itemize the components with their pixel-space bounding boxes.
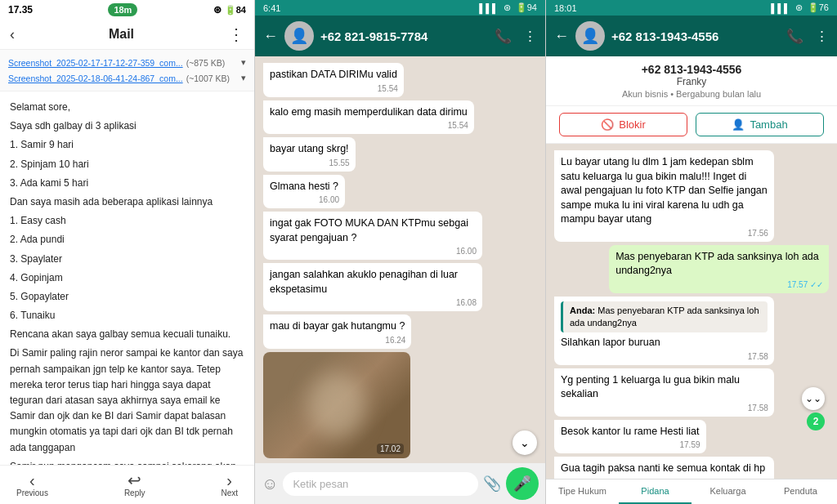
email-header: ‹ Mail ⋮ [0,20,254,50]
chat1-header-icons: 📞 ⋮ [495,28,537,45]
chat2-panel: 18:01 ▌▌▌ ⊛ 🔋76 ← 👤 +62 813-1943-4556 📞 … [546,0,837,504]
email-title: Mail [109,27,134,42]
chat1-scroll-down-button[interactable]: ⌄ [512,430,537,455]
reply-button[interactable]: ↩ Reply [124,472,145,497]
message-time: 17.56 [748,228,768,239]
battery-icon: 🔋84 [225,5,246,16]
chat1-mic-button[interactable]: 🎤 [506,467,539,500]
block-button[interactable]: 🚫 Blokir [559,113,687,136]
email-body-line: Dan saya masih ada beberapa aplikasi lai… [10,194,244,210]
email-body-line: 3. Spaylater [10,252,244,267]
email-body-line: Saya sdh galbay di 3 aplikasi [10,118,244,134]
chat1-media-message: 17.02 [263,352,410,458]
chat2-avatar: 👤 [575,21,605,51]
email-body-line: Rencana akan saya galbay semua kecuali t… [10,327,244,342]
chat2-contact-name: +62 813-1943-4556 [611,29,780,43]
email-body-line: Samir pun mengancam saya sampai sekarang… [10,459,244,465]
chat1-avatar-icon: 👤 [290,27,308,45]
back-button[interactable]: ‹ [10,26,15,43]
chat1-input-area: ☺ Ketik pesan 📎 🎤 [255,463,545,504]
message-time: 17.57 ✓✓ [787,279,823,291]
email-footer: ‹ Previous ↩ Reply › Next [0,465,254,504]
chat-message: ingat gak FOTO MUKA DAN KTPmu sebgai sya… [263,212,482,260]
menu-button[interactable]: ⋮ [228,25,244,44]
chat-message: bayar utang skrg!15.55 [263,137,356,172]
attachment-1-dropdown[interactable]: ▾ [241,57,246,68]
message-time: 16.08 [456,297,477,309]
chat2-bottom-tabs: Tipe HukumPidanaKeluargaPenduta [546,479,837,504]
attachment-2[interactable]: Screenshot_2025-02-18-06-41-24-867_com..… [8,70,246,86]
attachment-2-dropdown[interactable]: ▾ [241,73,246,83]
chat2-status-bar: 18:01 ▌▌▌ ⊛ 🔋76 [546,0,837,16]
email-body-line: 2. Spinjam 10 hari [10,157,244,172]
chat2-time: 18:01 [554,3,577,13]
chat1-input-box[interactable]: Ketik pesan [283,472,478,496]
chat1-attach-button[interactable]: 📎 [483,475,501,493]
chat2-profile-name: +62 813-1943-4556 [556,63,827,76]
chat2-message: Mas penyebaran KTP ada sanksinya loh ada… [609,245,829,293]
chat1-input-placeholder: Ketik pesan [293,478,348,490]
chat2-header: ← 👤 +62 813-1943-4556 📞 ⋮ [546,16,837,56]
previous-button[interactable]: ‹ Previous [16,472,48,497]
reply-box: Anda: Mas penyebaran KTP ada sanksinya l… [561,301,768,333]
chat2-message: Besok kantor lu rame Hesti liat17.59 [554,420,706,454]
chat2-tab-pidana[interactable]: Pidana [619,479,692,504]
chat2-battery: 🔋76 [808,2,829,13]
chat2-back-button[interactable]: ← [554,28,569,45]
chat1-emoji-button[interactable]: ☺ [262,475,278,493]
email-body-line: 3. Ada kami 5 hari [10,176,244,191]
attachment-1[interactable]: Screenshot_2025-02-17-17-12-27-359_com..… [8,55,246,70]
chat2-message: Lu bayar utang lu dlm 1 jam kedepan sblm… [554,150,774,242]
message-time: 15.54 [378,83,398,95]
email-body-line: Di Samir paling rajin neror sampai ke ka… [10,346,244,455]
chat2-tab-penduta[interactable]: Penduta [764,479,837,504]
chat1-avatar: 👤 [284,21,314,51]
chat1-battery: 🔋94 [516,2,537,13]
chat2-video-icon[interactable]: ⋮ [815,28,829,45]
chat-message: pastikan DATA DIRIMu valid15.54 [263,63,404,97]
chat1-status-bar: 6:41 ▌▌▌ ⊛ 🔋94 [255,0,545,16]
message-time: 16.00 [319,194,339,206]
chat1-panel: 6:41 ▌▌▌ ⊛ 🔋94 ← 👤 +62 821-9815-7784 📞 ⋮… [255,0,546,504]
chat2-message: Gua tagih paksa nanti ke semua kontak di… [554,457,774,479]
add-icon: 👤 [732,118,745,131]
message-time: 17.58 [748,351,768,363]
add-contact-button[interactable]: 👤 Tambah [696,113,824,136]
chat1-header: ← 👤 +62 821-9815-7784 📞 ⋮ [255,16,545,56]
chat1-back-button[interactable]: ← [263,28,278,45]
scroll-down-icon: ⌄⌄ [805,393,821,404]
message-time: 17.59 [679,439,700,451]
chat1-contact-name: +62 821-9815-7784 [320,29,488,43]
email-body-line: 4. Gopinjam [10,270,244,286]
email-attachments: Screenshot_2025-02-17-17-12-27-359_com..… [0,50,254,91]
email-status-bar: 17.35 18m ⊛ 🔋84 [0,0,254,20]
chat1-wifi-icon: ⊛ [504,2,511,13]
chat1-messages: pastikan DATA DIRIMu valid15.54kalo emg … [255,56,545,463]
chat2-profile-alias: Franky [556,76,827,87]
chat2-header-icons: 📞 ⋮ [786,28,829,45]
chat2-scroll-down-button[interactable]: ⌄⌄ [802,387,825,410]
chat2-tab-keluarga[interactable]: Keluarga [692,479,764,504]
unread-badge: 2 [807,413,825,430]
next-button[interactable]: › Next [221,472,238,497]
email-body-line: Selamat sore, [10,100,244,115]
chat1-menu-icon[interactable]: ⋮ [523,28,537,45]
chat2-wifi-icon: ⊛ [795,2,803,13]
email-body-line: 2. Ada pundi [10,232,244,248]
email-body-line: 5. Gopaylater [10,289,244,305]
chat1-time: 6:41 [263,3,280,13]
chat2-call-icon[interactable]: 📞 [786,28,803,45]
chat-message: mau di bayar gak hutangmu ?16.24 [263,314,411,349]
chat2-message: Anda: Mas penyebaran KTP ada sanksinya l… [554,297,774,365]
mic-icon: 🎤 [513,475,531,493]
chat-message: kalo emg masih memperdulikan data dirimu… [263,100,474,135]
chat1-status-icons: ▌▌▌ ⊛ 🔋94 [479,2,537,13]
scroll-down-icon: ⌄ [520,436,530,449]
email-time: 17.35 [8,4,33,16]
chat1-call-icon[interactable]: 📞 [495,28,512,45]
email-body-line: 1. Easy cash [10,213,244,229]
chat2-signal-icon: ▌▌▌ [771,3,790,13]
status-icons: ⊛ 🔋84 [213,4,246,16]
chat2-status-icons: ▌▌▌ ⊛ 🔋76 [771,2,829,13]
chat2-tab-tipe hukum[interactable]: Tipe Hukum [546,479,619,504]
